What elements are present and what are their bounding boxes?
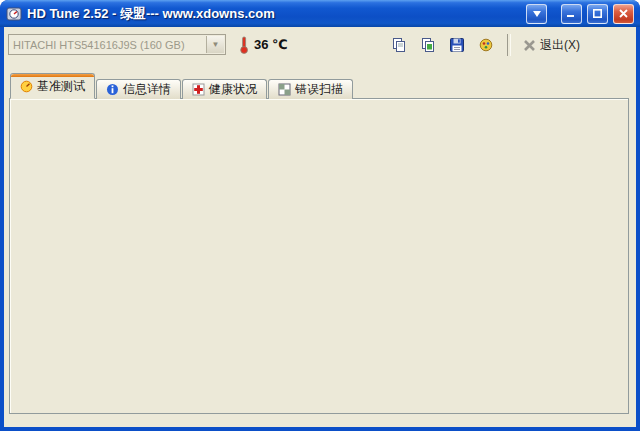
exit-button[interactable]: 退出(X) [519,33,584,57]
tab-strip: 基准测试 信息详情 健康状况 错误扫描 [10,75,353,99]
save-icon [449,37,465,53]
health-cross-icon [192,83,205,96]
hdtune-window: HD Tune 2.52 - 绿盟--- www.xdowns.com HITA… [0,0,640,431]
temperature-indicator: 36 ℃ [238,34,288,55]
chevron-down-icon: ▼ [206,36,224,53]
benchmark-tab-page [9,98,629,414]
title-bar: HD Tune 2.52 - 绿盟--- www.xdowns.com [0,0,640,27]
download-arrow-button[interactable] [526,4,547,24]
error-scan-grid-icon [278,83,291,96]
copy-icon [391,37,407,53]
exit-label: 退出(X) [540,37,580,54]
color-options-icon [478,37,494,53]
exit-x-icon [523,39,536,52]
temperature-value: 36 ℃ [254,37,288,52]
close-button[interactable] [613,4,634,24]
maximize-button[interactable] [587,4,608,24]
window-title: HD Tune 2.52 - 绿盟--- www.xdowns.com [27,5,521,23]
tab-benchmark-label: 基准测试 [37,78,85,95]
tab-info-label: 信息详情 [123,81,171,98]
tab-health-label: 健康状况 [209,81,257,98]
thermometer-icon [238,36,250,54]
toolbar-separator [507,34,511,56]
copy-image-icon [420,37,436,53]
tab-error-scan-label: 错误扫描 [295,81,343,98]
info-icon [106,83,119,96]
tab-benchmark[interactable]: 基准测试 [10,73,95,99]
save-screenshot-button[interactable] [443,32,470,58]
options-button[interactable] [472,32,499,58]
copy-info-button[interactable] [385,32,412,58]
toolbar-buttons: 退出(X) [385,32,584,58]
drive-select-dropdown[interactable]: HITACHI HTS541616J9S (160 GB) ▼ [8,34,226,55]
benchmark-gauge-icon [20,80,33,93]
tab-error-scan[interactable]: 错误扫描 [268,79,353,99]
tab-health[interactable]: 健康状况 [182,79,267,99]
copy-screenshot-button[interactable] [414,32,441,58]
client-area: HITACHI HTS541616J9S (160 GB) ▼ 36 ℃ [4,27,636,427]
tab-info[interactable]: 信息详情 [96,79,181,99]
drive-select-value: HITACHI HTS541616J9S (160 GB) [13,39,185,51]
minimize-button[interactable] [561,4,582,24]
app-icon [6,6,22,22]
